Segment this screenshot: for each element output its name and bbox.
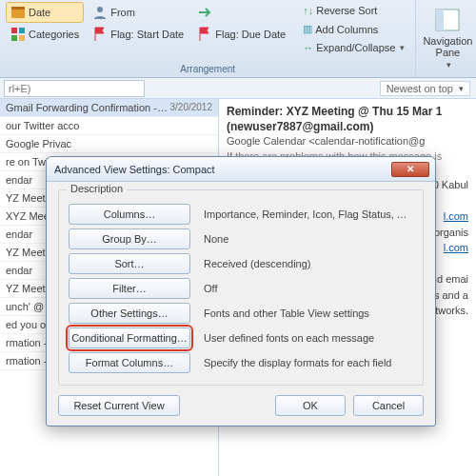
dialog-title: Advanced View Settings: Compact (54, 164, 215, 175)
filter-button[interactable]: Filter… (69, 278, 190, 299)
columns-desc: Importance, Reminder, Icon, Flag Status,… (204, 208, 413, 220)
close-button[interactable]: ✕ (391, 162, 429, 177)
format-columns-desc: Specify the display formats for each fie… (204, 357, 413, 368)
other-settings-desc: Fonts and other Table View settings (204, 307, 413, 319)
description-group: Description Columns…Importance, Reminder… (58, 189, 424, 386)
group-title: Description (67, 183, 127, 194)
cancel-button[interactable]: Cancel (353, 395, 424, 416)
dialog-titlebar[interactable]: Advanced View Settings: Compact ✕ (47, 157, 435, 182)
sort-desc: Received (descending) (204, 258, 413, 269)
groupby-button[interactable]: Group By… (69, 228, 190, 249)
reset-view-button[interactable]: Reset Current View (58, 395, 180, 416)
columns-button[interactable]: Columns… (69, 204, 190, 225)
groupby-desc: None (204, 233, 413, 245)
dialog-body: Description Columns…Importance, Reminder… (47, 182, 435, 426)
close-icon: ✕ (407, 164, 414, 174)
conditional-formatting-button[interactable]: Conditional Formatting… (69, 327, 190, 348)
filter-desc: Off (204, 283, 413, 294)
format-columns-button[interactable]: Format Columns… (69, 352, 190, 373)
ok-button[interactable]: OK (275, 395, 346, 416)
advanced-view-settings-dialog: Advanced View Settings: Compact ✕ Descri… (46, 156, 436, 426)
modal-overlay: Advanced View Settings: Compact ✕ Descri… (0, 0, 476, 476)
sort-button[interactable]: Sort… (69, 253, 190, 274)
conditional-formatting-desc: User defined fonts on each message (204, 332, 413, 344)
other-settings-button[interactable]: Other Settings… (69, 303, 190, 324)
